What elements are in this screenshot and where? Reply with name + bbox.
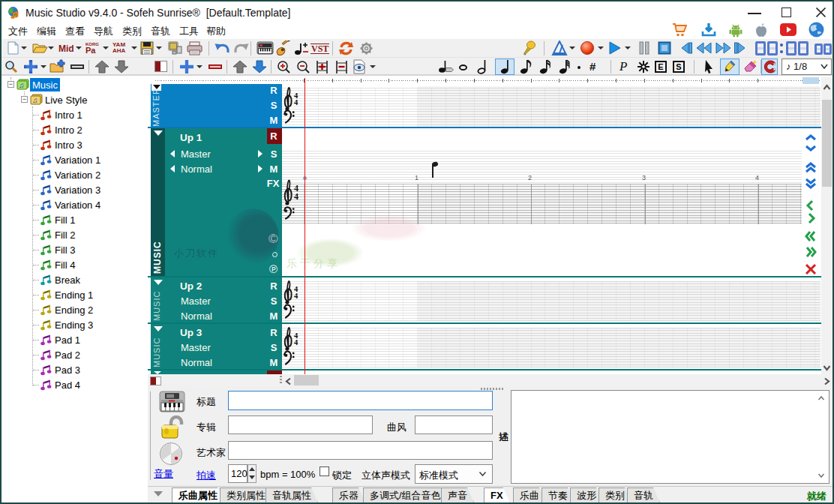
- svg-text:♫: ♫: [19, 81, 25, 89]
- svg-text:4: 4: [294, 338, 298, 346]
- svg-text:4: 4: [294, 98, 298, 106]
- svg-text:4: 4: [294, 292, 298, 300]
- svg-text:♫: ♫: [32, 96, 38, 104]
- svg-text:4: 4: [294, 191, 298, 202]
